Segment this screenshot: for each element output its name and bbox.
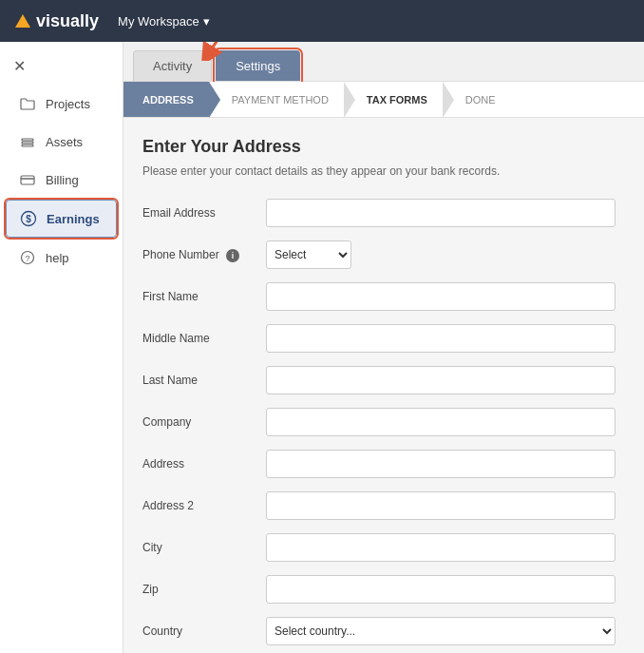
sidebar-item-assets[interactable]: Assets <box>6 124 117 160</box>
svg-text:?: ? <box>25 254 29 263</box>
company-input[interactable] <box>266 408 616 436</box>
company-label: Company <box>142 415 266 429</box>
tab-settings[interactable]: Settings <box>216 50 300 81</box>
step-done-label: DONE <box>465 94 496 106</box>
folder-icon <box>19 95 36 112</box>
workspace-selector[interactable]: My Workspace ▾ <box>118 14 210 29</box>
tabs-bar: Activity Settings <box>123 42 644 82</box>
sidebar: ✕ Projects Assets <box>0 42 123 653</box>
section-description: Please enter your contact details as the… <box>142 164 616 178</box>
sidebar-item-assets-label: Assets <box>46 135 83 149</box>
svg-rect-0 <box>22 139 33 141</box>
logo-triangle-icon <box>15 14 30 28</box>
chevron-down-icon: ▾ <box>203 14 210 29</box>
email-row: Email Address <box>142 199 616 227</box>
step-address: ADDRESS <box>123 82 209 117</box>
zip-input[interactable] <box>266 575 616 604</box>
workspace-name: My Workspace <box>118 14 199 29</box>
zip-label: Zip <box>142 583 266 596</box>
svg-rect-1 <box>22 142 33 144</box>
phone-row: Phone Number i Select +1 US +44 UK <box>142 240 616 269</box>
main-layout: ✕ Projects Assets <box>0 42 644 653</box>
address-label: Address <box>142 457 266 471</box>
city-input[interactable] <box>266 533 616 562</box>
email-input[interactable] <box>266 199 616 227</box>
scroll-content: Enter Your Address Please enter your con… <box>123 118 644 653</box>
phone-select[interactable]: Select +1 US +44 UK <box>266 240 351 269</box>
sidebar-item-billing-label: Billing <box>46 173 79 187</box>
sidebar-item-projects-label: Projects <box>46 97 90 111</box>
middlename-input[interactable] <box>266 324 616 353</box>
step-payment: PAYMENT METHOD <box>209 82 344 117</box>
email-label: Email Address <box>142 206 266 220</box>
svg-rect-3 <box>21 176 34 184</box>
firstname-label: First Name <box>142 290 266 303</box>
phone-label: Phone Number i <box>142 248 266 262</box>
close-button[interactable]: ✕ <box>0 51 123 85</box>
middlename-label: Middle Name <box>142 332 266 345</box>
step-tax-label: TAX FORMS <box>367 94 427 106</box>
sidebar-item-help[interactable]: ? help <box>6 240 117 276</box>
firstname-input[interactable] <box>266 282 616 311</box>
country-select[interactable]: Select country... United States United K… <box>266 617 616 645</box>
question-icon: ? <box>19 249 36 266</box>
step-address-label: ADDRESS <box>142 94 194 106</box>
firstname-row: First Name <box>142 282 616 311</box>
logo: visually <box>15 11 99 31</box>
dollar-icon: $ <box>20 210 37 227</box>
company-row: Company <box>142 408 616 436</box>
phone-info-icon[interactable]: i <box>226 249 239 262</box>
content-area: Activity Settings <box>123 42 644 653</box>
step-payment-label: PAYMENT METHOD <box>232 94 329 106</box>
tab-activity-label: Activity <box>153 59 192 73</box>
city-row: City <box>142 533 616 562</box>
step-tax: TAX FORMS <box>344 82 443 117</box>
address-row: Address <box>142 450 616 478</box>
sidebar-item-projects[interactable]: Projects <box>6 86 117 122</box>
top-navigation: visually My Workspace ▾ <box>0 0 644 42</box>
address2-row: Address 2 <box>142 491 616 520</box>
address-input[interactable] <box>266 450 616 478</box>
sidebar-item-help-label: help <box>46 251 69 265</box>
country-label: Country <box>142 624 266 638</box>
tab-settings-label: Settings <box>236 59 280 73</box>
sidebar-item-billing[interactable]: Billing <box>6 162 117 198</box>
section-title: Enter Your Address <box>142 137 616 157</box>
address2-input[interactable] <box>266 491 616 520</box>
layers-icon <box>19 133 36 150</box>
city-label: City <box>142 541 266 554</box>
zip-row: Zip <box>142 575 616 604</box>
country-row: Country Select country... United States … <box>142 617 616 645</box>
sidebar-item-earnings[interactable]: $ Earnings <box>6 200 117 238</box>
svg-text:$: $ <box>26 214 31 224</box>
lastname-row: Last Name <box>142 366 616 394</box>
steps-bar: ADDRESS PAYMENT METHOD TAX FORMS DONE <box>123 82 644 118</box>
lastname-label: Last Name <box>142 374 266 387</box>
address2-label: Address 2 <box>142 499 266 512</box>
card-icon <box>19 171 36 188</box>
logo-text: visually <box>36 11 99 31</box>
middlename-row: Middle Name <box>142 324 616 353</box>
sidebar-item-earnings-label: Earnings <box>47 212 100 226</box>
tab-activity[interactable]: Activity <box>133 50 212 81</box>
lastname-input[interactable] <box>266 366 616 394</box>
svg-rect-2 <box>22 144 33 146</box>
